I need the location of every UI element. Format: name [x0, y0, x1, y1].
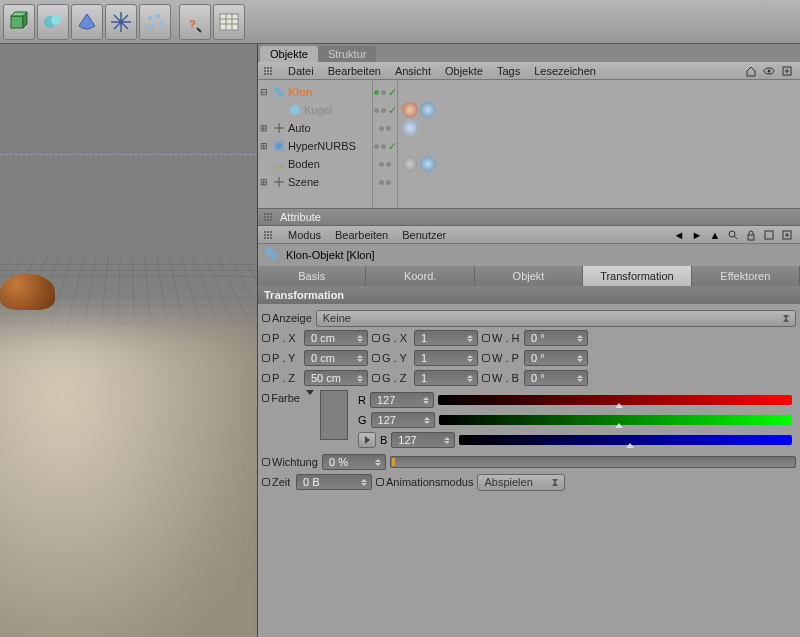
phong-tag-icon[interactable]: [420, 102, 436, 118]
menu-tags[interactable]: Tags: [497, 65, 520, 77]
r-slider[interactable]: [438, 395, 792, 405]
tool-spreadsheet[interactable]: [213, 4, 245, 40]
svg-point-28: [276, 143, 282, 149]
animmodus-dropdown[interactable]: Abspielen: [477, 474, 565, 491]
phong-tag-icon[interactable]: [420, 156, 436, 172]
r-input[interactable]: 127: [370, 392, 434, 408]
grip-icon[interactable]: [264, 231, 274, 239]
vis-toggle[interactable]: ✓: [373, 101, 397, 119]
vis-toggle[interactable]: ✓: [373, 137, 397, 155]
py-input[interactable]: 0 cm: [304, 350, 368, 366]
tree-label: Klon: [288, 86, 312, 98]
tool-cube[interactable]: [3, 4, 35, 40]
attribute-title: Attribute: [280, 211, 321, 223]
menu-modus[interactable]: Modus: [288, 229, 321, 241]
home-icon[interactable]: [744, 64, 758, 78]
tree-label: Kugel: [304, 104, 332, 116]
gx-input[interactable]: 1: [414, 330, 478, 346]
svg-rect-29: [274, 165, 284, 169]
material-tag-icon[interactable]: [402, 102, 418, 118]
menu-ansicht[interactable]: Ansicht: [395, 65, 431, 77]
b-input[interactable]: 127: [391, 432, 455, 448]
3d-viewport[interactable]: [0, 44, 258, 637]
tab-koord[interactable]: Koord.: [366, 266, 474, 286]
gz-label: G . Z: [372, 372, 410, 384]
tab-effektoren[interactable]: Effektoren: [692, 266, 800, 286]
tool-primitive[interactable]: [71, 4, 103, 40]
eye-icon[interactable]: [762, 64, 776, 78]
new-window-icon[interactable]: [762, 228, 776, 242]
pz-input[interactable]: 50 cm: [304, 370, 368, 386]
tree-row-hypernurbs[interactable]: ⊞HyperNURBS: [258, 137, 372, 155]
farbe-label: Farbe: [262, 392, 300, 404]
tree-label: Szene: [288, 176, 319, 188]
wh-input[interactable]: 0 °: [524, 330, 588, 346]
vis-toggle[interactable]: [373, 155, 397, 173]
svg-line-33: [734, 236, 737, 239]
tab-structure[interactable]: Struktur: [318, 46, 377, 62]
wp-input[interactable]: 0 °: [524, 350, 588, 366]
color-swatch[interactable]: [320, 390, 348, 440]
tab-objekt[interactable]: Objekt: [475, 266, 583, 286]
wh-label: W . H: [482, 332, 520, 344]
py-label: P . Y: [262, 352, 300, 364]
expand-icon[interactable]: [780, 228, 794, 242]
svg-point-23: [278, 91, 284, 97]
px-input[interactable]: 0 cm: [304, 330, 368, 346]
tree-row-boden[interactable]: Boden: [258, 155, 372, 173]
menu-bearbeiten[interactable]: Bearbeiten: [335, 229, 388, 241]
vis-toggle[interactable]: [373, 119, 397, 137]
attribute-menu-bar: Modus Bearbeiten Benutzer ◄ ► ▲: [258, 226, 800, 244]
g-label: G: [358, 414, 367, 426]
gz-input[interactable]: 1: [414, 370, 478, 386]
null-icon: [272, 175, 286, 189]
wichtung-input[interactable]: 0 %: [322, 454, 386, 470]
menu-datei[interactable]: Datei: [288, 65, 314, 77]
material-tag-icon[interactable]: [402, 156, 418, 172]
g-slider[interactable]: [439, 415, 792, 425]
vis-toggle[interactable]: ✓: [373, 83, 397, 101]
tree-row-kugel[interactable]: Kugel: [258, 101, 372, 119]
floor-icon: [272, 157, 286, 171]
anzeige-dropdown[interactable]: Keine: [316, 310, 796, 327]
gy-input[interactable]: 1: [414, 350, 478, 366]
tab-objects[interactable]: Objekte: [260, 46, 318, 62]
menu-lesezeichen[interactable]: Lesezeichen: [534, 65, 596, 77]
menu-benutzer[interactable]: Benutzer: [402, 229, 446, 241]
object-panel-tabs: Objekte Struktur: [258, 44, 800, 62]
tree-label: HyperNURBS: [288, 140, 356, 152]
color-disclosure-icon[interactable]: [306, 390, 314, 395]
color-picker-button[interactable]: [358, 432, 376, 448]
nav-up-icon[interactable]: ▲: [708, 228, 722, 242]
g-input[interactable]: 127: [371, 412, 435, 428]
tool-particles[interactable]: [139, 4, 171, 40]
tab-transformation[interactable]: Transformation: [583, 266, 691, 286]
tree-row-auto[interactable]: ⊞Auto: [258, 119, 372, 137]
b-slider[interactable]: [459, 435, 792, 445]
tool-arrows[interactable]: [105, 4, 137, 40]
expand-icon[interactable]: [780, 64, 794, 78]
nav-back-icon[interactable]: ◄: [672, 228, 686, 242]
tab-basis[interactable]: Basis: [258, 266, 366, 286]
wb-input[interactable]: 0 °: [524, 370, 588, 386]
vis-toggle[interactable]: [373, 173, 397, 191]
tool-help[interactable]: ?: [179, 4, 211, 40]
lock-icon[interactable]: [744, 228, 758, 242]
object-name-label: Klon-Objekt [Klon]: [286, 249, 375, 261]
zeit-input[interactable]: 0 B: [296, 474, 372, 490]
menu-bearbeiten[interactable]: Bearbeiten: [328, 65, 381, 77]
grip-icon[interactable]: [264, 213, 274, 221]
clone-icon: [264, 247, 280, 263]
tree-row-klon[interactable]: ⊟Klon: [258, 83, 372, 101]
nav-fwd-icon[interactable]: ►: [690, 228, 704, 242]
svg-point-5: [119, 20, 123, 24]
tool-metaball[interactable]: [37, 4, 69, 40]
object-tree: ⊟Klon Kugel ⊞Auto ⊞HyperNURBS Boden ⊞Sze…: [258, 80, 800, 208]
menu-objekte[interactable]: Objekte: [445, 65, 483, 77]
wichtung-slider[interactable]: [390, 456, 796, 468]
grip-icon[interactable]: [264, 67, 274, 75]
phong-tag-icon[interactable]: [402, 120, 418, 136]
svg-point-6: [148, 16, 152, 20]
search-icon[interactable]: [726, 228, 740, 242]
tree-row-szene[interactable]: ⊞Szene: [258, 173, 372, 191]
